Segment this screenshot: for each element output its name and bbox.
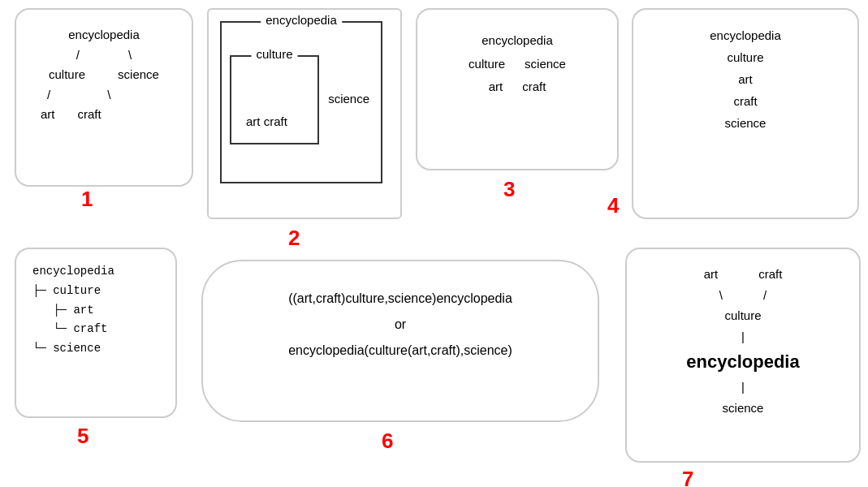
card5-number: 5 (77, 424, 89, 449)
card3-number: 3 (503, 177, 515, 202)
card7-number: 7 (682, 467, 693, 487)
card5-science: └─ science (32, 339, 159, 359)
card2-number: 2 (288, 226, 300, 251)
card2-science: science (328, 92, 369, 106)
card1-culture: culture (49, 66, 85, 84)
card2-encyclopedia: encyclopedia (261, 13, 342, 27)
card7-science: science (651, 398, 835, 419)
card-6: ((art,craft)culture,science)encyclopedia… (201, 260, 599, 422)
card-7: art craft \ / culture | encyclopedia | s… (625, 248, 861, 463)
card6-line3: encyclopedia(culture(art,craft),science) (219, 338, 581, 364)
card1-science: science (118, 66, 159, 84)
card1-slash-right: \ (128, 46, 132, 65)
card1-slash2-right: \ (107, 86, 110, 105)
card2-outer-box: encyclopedia culture art craft science (220, 21, 382, 183)
card1-number: 1 (81, 187, 93, 212)
card7-pipe1: | (651, 326, 835, 347)
card-1: encyclopedia / \ culture science / \ art… (15, 8, 193, 187)
card4-encyclopedia: encyclopedia (666, 24, 825, 46)
card3-craft: craft (522, 75, 546, 99)
card4-craft: craft (666, 90, 825, 112)
card2-inner-box: culture art craft (230, 55, 319, 144)
card4-culture: culture (666, 46, 825, 68)
card3-line1: encyclopedia (442, 29, 593, 53)
card5-culture-branch: ├─ culture (32, 282, 159, 301)
card-5: encyclopedia ├─ culture ├─ art └─ craft … (15, 248, 177, 418)
card4-science: science (666, 112, 825, 134)
card4-number: 4 (607, 193, 619, 218)
card-4: encyclopedia culture art craft science (632, 8, 859, 219)
card1-craft: craft (78, 106, 101, 124)
card5-encyclopedia: encyclopedia (32, 262, 159, 282)
card1-root: encyclopedia (32, 26, 175, 45)
card2-art-craft: art craft (246, 114, 287, 128)
card1-slash2-left: / (47, 86, 50, 105)
card7-craft: craft (758, 264, 782, 285)
card6-number: 6 (382, 429, 393, 454)
card6-line2: or (219, 312, 581, 338)
card7-pipe2: | (651, 377, 835, 398)
card7-encyclopedia: encyclopedia (651, 347, 835, 377)
card-2: encyclopedia culture art craft science (207, 8, 402, 219)
card7-slash-right: / (763, 285, 767, 306)
card2-culture: culture (251, 47, 297, 61)
card1-slash-left: / (76, 46, 80, 65)
card7-art: art (704, 264, 719, 285)
card7-slash-left: \ (719, 285, 723, 306)
card5-craft: └─ craft (32, 320, 159, 339)
card5-art: ├─ art (32, 301, 159, 321)
card7-culture: culture (651, 305, 835, 326)
card-3: encyclopedia culture science art craft (416, 8, 619, 170)
card4-art: art (666, 68, 825, 90)
card3-culture: culture (469, 53, 505, 76)
card3-science: science (525, 53, 566, 76)
card1-art: art (41, 106, 55, 124)
card3-art: art (489, 75, 503, 99)
card6-line1: ((art,craft)culture,science)encyclopedia (219, 286, 581, 312)
